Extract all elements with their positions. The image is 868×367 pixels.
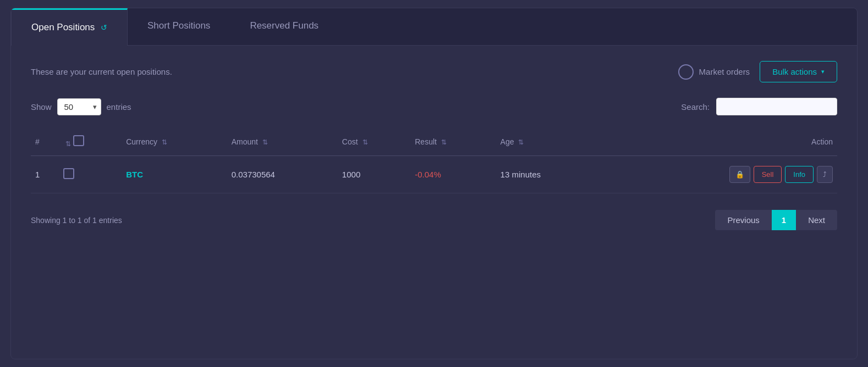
next-page-button[interactable]: Next — [796, 210, 837, 230]
row-currency: BTC — [122, 156, 227, 193]
col-header-number: # — [31, 127, 59, 156]
content-area: These are your current open positions. M… — [11, 46, 857, 246]
row-cost: 1000 — [338, 156, 410, 193]
currency-sort-icon: ⇅ — [162, 138, 167, 146]
table-row: 1 BTC 0.03730564 1000 -0.04% — [31, 156, 837, 193]
table-header-row: # ⇅ Currency ⇅ Amount ⇅ Cos — [31, 127, 837, 156]
cost-sort-icon: ⇅ — [362, 138, 368, 146]
lock-button[interactable]: 🔒 — [729, 166, 750, 183]
market-orders-circle-icon — [678, 64, 694, 80]
share-icon: ⤴ — [823, 170, 827, 179]
tab-open-positions-label: Open Positions — [31, 22, 95, 32]
row-number: 1 — [31, 156, 59, 193]
search-area: Search: — [681, 98, 837, 115]
row-checkbox[interactable] — [63, 168, 74, 179]
entries-label: entries — [107, 102, 131, 112]
previous-page-button[interactable]: Previous — [715, 210, 771, 230]
col-header-cost[interactable]: Cost ⇅ — [338, 127, 410, 156]
controls-row: Show 10 25 50 100 entries Search: — [31, 98, 837, 115]
show-entries-area: Show 10 25 50 100 entries — [31, 98, 131, 115]
tab-reserved-funds-label: Reserved Funds — [250, 20, 318, 31]
tab-short-positions[interactable]: Short Positions — [128, 8, 230, 45]
positions-table: # ⇅ Currency ⇅ Amount ⇅ Cos — [31, 127, 837, 193]
bulk-actions-label: Bulk actions — [772, 67, 817, 76]
chevron-down-icon: ▾ — [821, 68, 825, 75]
search-label: Search: — [681, 102, 710, 112]
sort-icon: ⇅ — [65, 140, 71, 148]
market-orders-toggle[interactable]: Market orders — [678, 64, 750, 80]
col-header-result[interactable]: Result ⇅ — [410, 127, 496, 156]
row-amount: 0.03730564 — [227, 156, 338, 193]
col-header-action: Action — [600, 127, 837, 156]
pagination-controls: Previous 1 Next — [715, 210, 837, 230]
col-header-select: ⇅ — [59, 127, 122, 156]
col-header-age[interactable]: Age ⇅ — [496, 127, 600, 156]
col-header-amount[interactable]: Amount ⇅ — [227, 127, 338, 156]
showing-entries-text: Showing 1 to 1 of 1 entries — [31, 216, 122, 225]
top-bar: These are your current open positions. M… — [31, 61, 837, 82]
top-bar-right: Market orders Bulk actions ▾ — [678, 61, 837, 82]
page-description: These are your current open positions. — [31, 67, 172, 76]
row-select-cell — [59, 156, 122, 193]
market-orders-label: Market orders — [699, 67, 750, 76]
info-button[interactable]: Info — [785, 166, 814, 183]
entries-select[interactable]: 10 25 50 100 — [57, 98, 101, 115]
search-input[interactable] — [716, 98, 837, 115]
col-header-currency[interactable]: Currency ⇅ — [122, 127, 227, 156]
select-all-checkbox[interactable] — [73, 135, 84, 146]
result-sort-icon: ⇅ — [441, 138, 447, 146]
amount-sort-icon: ⇅ — [262, 138, 268, 146]
tab-bar: Open Positions ↺ Short Positions Reserve… — [11, 8, 857, 46]
row-actions: 🔒 Sell Info ⤴ — [600, 156, 837, 193]
entries-select-wrapper: 10 25 50 100 — [57, 98, 101, 115]
bulk-actions-button[interactable]: Bulk actions ▾ — [760, 61, 837, 82]
tab-short-positions-label: Short Positions — [147, 20, 210, 31]
table-footer: Showing 1 to 1 of 1 entries Previous 1 N… — [31, 210, 837, 230]
action-buttons-group: 🔒 Sell Info ⤴ — [604, 166, 833, 183]
sell-button[interactable]: Sell — [754, 166, 782, 183]
age-sort-icon: ⇅ — [518, 138, 524, 146]
tab-open-positions[interactable]: Open Positions ↺ — [11, 8, 128, 45]
show-label: Show — [31, 102, 52, 112]
main-container: Open Positions ↺ Short Positions Reserve… — [10, 8, 858, 359]
share-button[interactable]: ⤴ — [817, 166, 833, 183]
row-result: -0.04% — [410, 156, 496, 193]
row-age: 13 minutes — [496, 156, 600, 193]
current-page-number[interactable]: 1 — [772, 210, 796, 230]
tab-reserved-funds[interactable]: Reserved Funds — [230, 8, 338, 45]
lock-icon: 🔒 — [735, 170, 744, 179]
refresh-icon[interactable]: ↺ — [101, 23, 107, 32]
